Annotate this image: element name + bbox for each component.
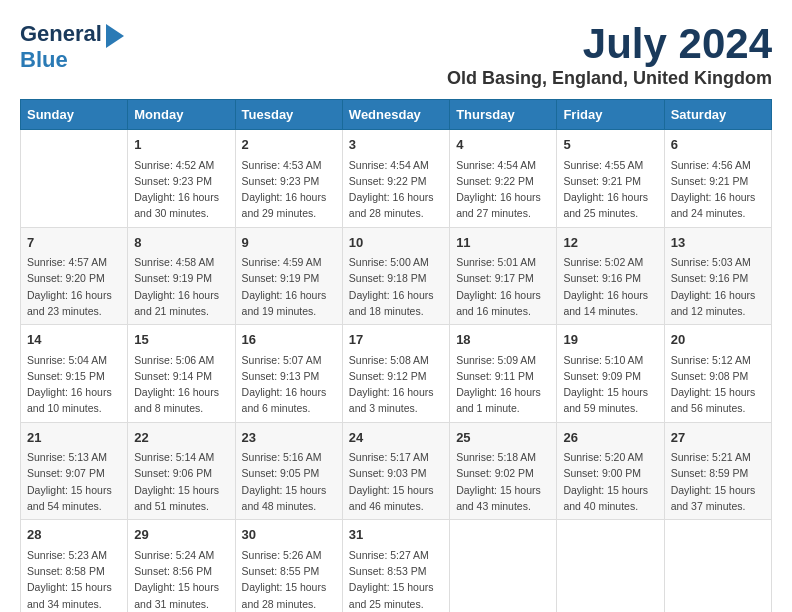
calendar-cell: 23Sunrise: 5:16 AMSunset: 9:05 PMDayligh… [235,422,342,520]
day-info: Sunrise: 5:27 AMSunset: 8:53 PMDaylight:… [349,547,443,612]
header-wednesday: Wednesday [342,100,449,130]
calendar-cell: 7Sunrise: 4:57 AMSunset: 9:20 PMDaylight… [21,227,128,325]
day-number: 3 [349,135,443,155]
day-number: 18 [456,330,550,350]
day-number: 4 [456,135,550,155]
day-info: Sunrise: 5:21 AMSunset: 8:59 PMDaylight:… [671,449,765,514]
day-info: Sunrise: 4:53 AMSunset: 9:23 PMDaylight:… [242,157,336,222]
day-info: Sunrise: 4:54 AMSunset: 9:22 PMDaylight:… [456,157,550,222]
calendar-cell: 20Sunrise: 5:12 AMSunset: 9:08 PMDayligh… [664,325,771,423]
day-number: 19 [563,330,657,350]
day-number: 1 [134,135,228,155]
day-number: 28 [27,525,121,545]
day-info: Sunrise: 5:14 AMSunset: 9:06 PMDaylight:… [134,449,228,514]
calendar-cell: 11Sunrise: 5:01 AMSunset: 9:17 PMDayligh… [450,227,557,325]
calendar-week-5: 28Sunrise: 5:23 AMSunset: 8:58 PMDayligh… [21,520,772,612]
calendar-cell: 30Sunrise: 5:26 AMSunset: 8:55 PMDayligh… [235,520,342,612]
day-number: 22 [134,428,228,448]
day-number: 15 [134,330,228,350]
calendar-cell: 9Sunrise: 4:59 AMSunset: 9:19 PMDaylight… [235,227,342,325]
header-sunday: Sunday [21,100,128,130]
day-info: Sunrise: 4:54 AMSunset: 9:22 PMDaylight:… [349,157,443,222]
calendar-cell: 18Sunrise: 5:09 AMSunset: 9:11 PMDayligh… [450,325,557,423]
day-number: 27 [671,428,765,448]
calendar-cell: 16Sunrise: 5:07 AMSunset: 9:13 PMDayligh… [235,325,342,423]
day-info: Sunrise: 5:10 AMSunset: 9:09 PMDaylight:… [563,352,657,417]
calendar-cell: 31Sunrise: 5:27 AMSunset: 8:53 PMDayligh… [342,520,449,612]
calendar-cell: 1Sunrise: 4:52 AMSunset: 9:23 PMDaylight… [128,130,235,228]
day-number: 20 [671,330,765,350]
day-info: Sunrise: 5:16 AMSunset: 9:05 PMDaylight:… [242,449,336,514]
day-info: Sunrise: 5:02 AMSunset: 9:16 PMDaylight:… [563,254,657,319]
calendar-cell: 21Sunrise: 5:13 AMSunset: 9:07 PMDayligh… [21,422,128,520]
calendar-header-row: SundayMondayTuesdayWednesdayThursdayFrid… [21,100,772,130]
calendar-cell: 6Sunrise: 4:56 AMSunset: 9:21 PMDaylight… [664,130,771,228]
day-info: Sunrise: 5:06 AMSunset: 9:14 PMDaylight:… [134,352,228,417]
day-number: 24 [349,428,443,448]
header-thursday: Thursday [450,100,557,130]
day-number: 8 [134,233,228,253]
page-header: General Blue July 2024 Old Basing, Engla… [20,20,772,89]
calendar-cell: 22Sunrise: 5:14 AMSunset: 9:06 PMDayligh… [128,422,235,520]
calendar-cell [664,520,771,612]
calendar-week-3: 14Sunrise: 5:04 AMSunset: 9:15 PMDayligh… [21,325,772,423]
day-info: Sunrise: 5:09 AMSunset: 9:11 PMDaylight:… [456,352,550,417]
day-info: Sunrise: 5:13 AMSunset: 9:07 PMDaylight:… [27,449,121,514]
calendar-cell [450,520,557,612]
calendar-cell: 24Sunrise: 5:17 AMSunset: 9:03 PMDayligh… [342,422,449,520]
day-number: 5 [563,135,657,155]
header-saturday: Saturday [664,100,771,130]
calendar-cell: 8Sunrise: 4:58 AMSunset: 9:19 PMDaylight… [128,227,235,325]
day-info: Sunrise: 5:07 AMSunset: 9:13 PMDaylight:… [242,352,336,417]
calendar-week-2: 7Sunrise: 4:57 AMSunset: 9:20 PMDaylight… [21,227,772,325]
day-info: Sunrise: 5:00 AMSunset: 9:18 PMDaylight:… [349,254,443,319]
day-info: Sunrise: 5:04 AMSunset: 9:15 PMDaylight:… [27,352,121,417]
day-info: Sunrise: 5:20 AMSunset: 9:00 PMDaylight:… [563,449,657,514]
calendar-cell: 15Sunrise: 5:06 AMSunset: 9:14 PMDayligh… [128,325,235,423]
calendar-cell [21,130,128,228]
calendar-cell: 13Sunrise: 5:03 AMSunset: 9:16 PMDayligh… [664,227,771,325]
day-number: 16 [242,330,336,350]
day-number: 12 [563,233,657,253]
calendar-cell: 25Sunrise: 5:18 AMSunset: 9:02 PMDayligh… [450,422,557,520]
day-number: 23 [242,428,336,448]
calendar-cell: 28Sunrise: 5:23 AMSunset: 8:58 PMDayligh… [21,520,128,612]
calendar-table: SundayMondayTuesdayWednesdayThursdayFrid… [20,99,772,612]
day-info: Sunrise: 5:12 AMSunset: 9:08 PMDaylight:… [671,352,765,417]
day-info: Sunrise: 5:26 AMSunset: 8:55 PMDaylight:… [242,547,336,612]
logo-general: General [20,22,102,46]
day-number: 6 [671,135,765,155]
calendar-cell: 29Sunrise: 5:24 AMSunset: 8:56 PMDayligh… [128,520,235,612]
day-number: 2 [242,135,336,155]
calendar-cell: 3Sunrise: 4:54 AMSunset: 9:22 PMDaylight… [342,130,449,228]
calendar-cell: 5Sunrise: 4:55 AMSunset: 9:21 PMDaylight… [557,130,664,228]
logo-blue: Blue [20,48,68,72]
day-number: 13 [671,233,765,253]
header-friday: Friday [557,100,664,130]
calendar-cell: 10Sunrise: 5:00 AMSunset: 9:18 PMDayligh… [342,227,449,325]
day-info: Sunrise: 5:18 AMSunset: 9:02 PMDaylight:… [456,449,550,514]
title-block: July 2024 Old Basing, England, United Ki… [447,20,772,89]
day-info: Sunrise: 4:58 AMSunset: 9:19 PMDaylight:… [134,254,228,319]
day-info: Sunrise: 4:57 AMSunset: 9:20 PMDaylight:… [27,254,121,319]
calendar-cell: 14Sunrise: 5:04 AMSunset: 9:15 PMDayligh… [21,325,128,423]
day-info: Sunrise: 5:03 AMSunset: 9:16 PMDaylight:… [671,254,765,319]
calendar-cell: 2Sunrise: 4:53 AMSunset: 9:23 PMDaylight… [235,130,342,228]
day-number: 7 [27,233,121,253]
logo: General Blue [20,20,124,72]
calendar-subtitle: Old Basing, England, United Kingdom [447,68,772,89]
calendar-cell: 4Sunrise: 4:54 AMSunset: 9:22 PMDaylight… [450,130,557,228]
header-monday: Monday [128,100,235,130]
day-number: 21 [27,428,121,448]
day-number: 25 [456,428,550,448]
day-info: Sunrise: 5:24 AMSunset: 8:56 PMDaylight:… [134,547,228,612]
day-info: Sunrise: 5:01 AMSunset: 9:17 PMDaylight:… [456,254,550,319]
logo-arrow-icon [106,24,124,48]
header-tuesday: Tuesday [235,100,342,130]
calendar-cell: 12Sunrise: 5:02 AMSunset: 9:16 PMDayligh… [557,227,664,325]
calendar-cell: 17Sunrise: 5:08 AMSunset: 9:12 PMDayligh… [342,325,449,423]
day-info: Sunrise: 5:08 AMSunset: 9:12 PMDaylight:… [349,352,443,417]
day-info: Sunrise: 5:17 AMSunset: 9:03 PMDaylight:… [349,449,443,514]
day-number: 26 [563,428,657,448]
calendar-title: July 2024 [447,20,772,68]
